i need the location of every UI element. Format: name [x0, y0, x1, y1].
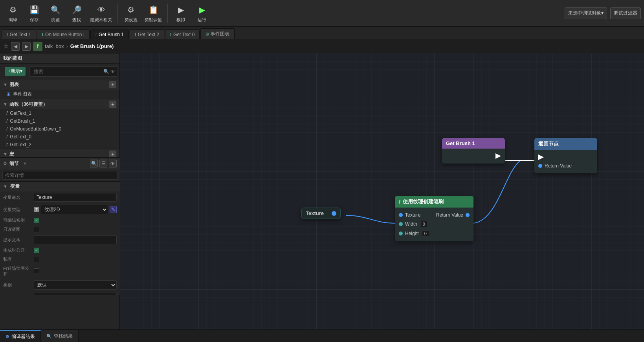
detail-expose-row: 生成时公开 ✓: [0, 246, 120, 255]
function-icon: f: [6, 110, 7, 116]
add-function-button[interactable]: +: [109, 101, 116, 108]
details-eye-icon[interactable]: 👁: [109, 160, 117, 167]
add-macro-button[interactable]: +: [109, 151, 116, 158]
search-bar: 🔍 👁: [29, 66, 117, 77]
class-settings-icon: ⚙: [125, 4, 137, 16]
details-search-input[interactable]: [2, 171, 117, 180]
return-body: Return Value: [534, 150, 597, 173]
favorite-button[interactable]: ☆: [3, 42, 9, 50]
tab-get-brush-1[interactable]: f Get Brush 1: [90, 29, 129, 39]
tab-get-text-0[interactable]: f Get Text 0: [165, 29, 200, 39]
back-button[interactable]: ◀: [11, 42, 20, 51]
functions-title: ▼ 函数（36可覆盖）: [3, 101, 48, 108]
blueprint-canvas[interactable]: Texture f 使用纹理创建笔刷 Texture Return Value: [120, 53, 644, 329]
run-icon: ▶: [196, 4, 208, 16]
tab-on-mouse-btn[interactable]: f On Mouse Button I: [37, 29, 90, 39]
find-icon: 🔎: [70, 4, 83, 16]
hint-input[interactable]: [34, 235, 117, 244]
private-checkbox[interactable]: [34, 257, 39, 262]
function-icon: f: [33, 42, 42, 51]
vartype-select[interactable]: 纹理2D: [41, 205, 108, 214]
readonly-checkbox[interactable]: [34, 227, 39, 232]
my-blueprint-header[interactable]: 我的蓝图: [0, 53, 119, 63]
graphs-header[interactable]: ▼ 图表 +: [0, 79, 119, 90]
function-item-getbrush1[interactable]: f GetBrush_1: [0, 117, 119, 125]
function-item-gettext2[interactable]: f GetText_2: [0, 141, 119, 149]
return-node[interactable]: 返回节点 Return Value: [534, 138, 597, 173]
function-item-gettext0[interactable]: f GetText_0: [0, 133, 119, 141]
detail-private-row: 私有: [0, 255, 120, 264]
compiler-tab[interactable]: ⚙ 编译器结果: [0, 330, 41, 342]
breadcrumb: talk_box › Get Brush 1(pure): [45, 43, 114, 49]
tab-grid-icon: ⊞: [205, 32, 209, 36]
event-graph-item[interactable]: ⊞ 事件图表: [0, 90, 119, 99]
macros-title: ▼ 宏: [3, 151, 14, 158]
get-brush-header: Get Brush 1: [442, 138, 505, 149]
tab-get-text-2[interactable]: f Get Text 2: [130, 29, 164, 39]
function-icon-2: f: [6, 118, 7, 124]
functions-header[interactable]: ▼ 函数（36可覆盖） +: [0, 99, 119, 109]
forward-button[interactable]: ▶: [22, 42, 31, 51]
browse-button[interactable]: 🔍 浏览: [46, 2, 65, 25]
varname-input[interactable]: [34, 193, 117, 202]
function-item-gettext1[interactable]: f GetText_1: [0, 109, 119, 117]
find-tab-icon: 🔍: [46, 334, 52, 339]
add-graph-button[interactable]: +: [109, 81, 116, 88]
vartype-edit-btn[interactable]: ✎: [110, 206, 117, 213]
tab-event-graph[interactable]: ⊞ 事件图表: [200, 28, 235, 39]
height-label: Height: [405, 231, 419, 236]
search-input[interactable]: [31, 68, 103, 75]
debug-object-dropdown[interactable]: 未选中调试对象▾: [565, 7, 607, 19]
hide-unrelated-button[interactable]: 👁 隐藏不相关: [88, 2, 114, 25]
tab-func-icon: f: [7, 33, 8, 37]
class-defaults-button[interactable]: 📋 类默认值: [142, 2, 164, 25]
return-header: 返回节点: [534, 138, 597, 150]
class-settings-button[interactable]: ⚙ 类设置: [121, 2, 141, 25]
search-new-bar: +新增▾ 🔍 👁: [0, 64, 119, 79]
category-select[interactable]: 默认: [34, 280, 117, 290]
get-brush-1-node[interactable]: Get Brush 1: [442, 138, 505, 164]
my-blueprint-title: 我的蓝图: [3, 55, 22, 62]
find-results-tab[interactable]: 🔍 查找结果: [41, 330, 79, 342]
details-header: ⚙ 细节 ▼ 🔍 ☰ 👁: [0, 158, 120, 169]
width-value[interactable]: 0: [420, 221, 427, 227]
tab-get-text-1[interactable]: f Get Text 1: [2, 29, 36, 39]
editable-checkbox[interactable]: ✓: [34, 218, 39, 223]
find-button[interactable]: 🔎 查找: [67, 2, 86, 25]
width-pin: [399, 222, 403, 226]
run-button[interactable]: ▶ 运行: [192, 2, 212, 25]
compile-button[interactable]: ⚙ 编译: [3, 2, 23, 25]
replicate-select[interactable]: None: [34, 293, 117, 295]
eye-toggle[interactable]: 👁: [110, 69, 115, 74]
texture-in-pin: [399, 213, 403, 217]
details-search-icon[interactable]: 🔍: [90, 160, 98, 167]
create-brush-node[interactable]: f 使用纹理创建笔刷 Texture Return Value Widt: [395, 196, 473, 241]
save-button[interactable]: 💾 保存: [24, 2, 44, 25]
details-list-icon[interactable]: ☰: [99, 160, 107, 167]
debug-filter-button[interactable]: 调试过滤器: [610, 7, 641, 19]
simulate-button[interactable]: ▶ 模拟: [171, 2, 191, 25]
texture-in-label: Texture: [405, 212, 420, 218]
toolbar-divider-2: [167, 4, 168, 23]
detail-category-row: 类别 默认: [0, 279, 120, 291]
create-brush-body: Texture Return Value Width 0 Height 0: [395, 208, 473, 241]
canvas-background: [120, 53, 644, 329]
height-value[interactable]: 0: [422, 230, 429, 237]
cinematic-checkbox[interactable]: [34, 268, 39, 274]
return-val-pin: [466, 213, 470, 217]
exec-out-pin: [495, 153, 501, 159]
functions-section: ▼ 函数（36可覆盖） + f GetText_1 f GetBrush_1 f…: [0, 99, 119, 149]
expose-checkbox[interactable]: ✓: [34, 248, 39, 253]
texture-output-pin: [332, 211, 336, 216]
detail-editable-row: 可编辑实例 ✓: [0, 216, 120, 225]
bottom-tabs-bar: ⚙ 编译器结果 🔍 查找结果: [0, 330, 644, 342]
exec-in-pin: [538, 154, 544, 160]
function-item-onmouse[interactable]: f OnMouseButtonDown_0: [0, 125, 119, 133]
detail-readonly-row: 只读蓝图: [0, 225, 120, 234]
detail-varname-row: 变量命名: [0, 191, 120, 203]
breadcrumb-bar: ☆ ◀ ▶ f talk_box › Get Brush 1(pure): [0, 39, 644, 53]
details-collapse[interactable]: ▼: [23, 161, 27, 166]
toolbar-divider-1: [117, 4, 118, 23]
new-button[interactable]: +新增▾: [5, 67, 26, 76]
texture-var-node[interactable]: Texture: [301, 208, 341, 219]
